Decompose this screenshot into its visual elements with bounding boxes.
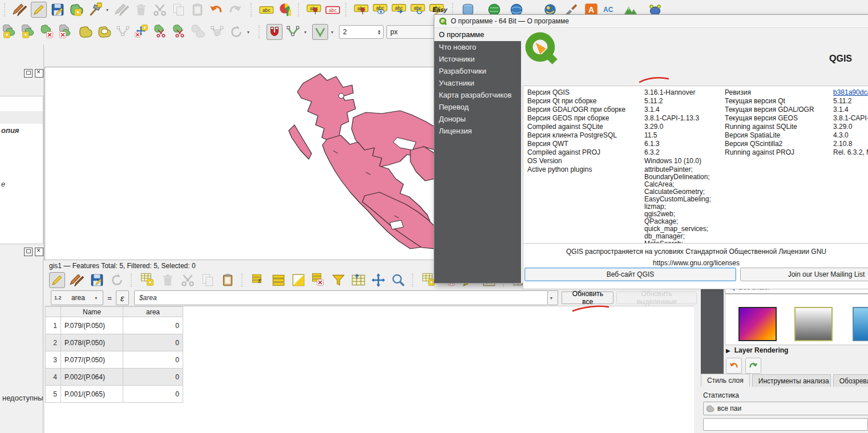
menu-item-about[interactable]: О программе [434, 29, 521, 41]
layer-name-partial[interactable]: опия [1, 126, 19, 135]
expression-dropdown[interactable]: ▾ [548, 290, 558, 305]
advanced-digitizing-dropdown[interactable]: ▾ [247, 30, 252, 35]
merge-attributes-icon[interactable] [209, 24, 225, 40]
symbol-list[interactable] [725, 294, 868, 345]
cell-name[interactable]: P.079/(P.050) [61, 317, 123, 334]
table-row[interactable]: 2P.078/(P.050)0 [46, 334, 183, 351]
trim-extend-icon[interactable] [134, 24, 150, 40]
column-header-name[interactable]: Name [61, 307, 123, 317]
reshape-features-icon[interactable] [115, 24, 131, 40]
qgis-website-button[interactable]: Веб-сайт QGIS [524, 268, 736, 281]
version-info-scroll[interactable]: Версия QGIS3.16.1-Hannover Версия Qt при… [523, 86, 868, 244]
table-row[interactable]: 4P.002/(P.064)0 [46, 369, 183, 386]
cell-name[interactable]: P.002/(P.064) [61, 369, 123, 386]
tab-analysis-tools[interactable]: Инструменты анализа [752, 374, 831, 387]
cut-features-icon[interactable] [152, 2, 168, 18]
row-number[interactable]: 3 [46, 351, 61, 369]
panel-float-button[interactable] [24, 69, 33, 78]
copy-move-feature-icon[interactable] [21, 24, 37, 40]
layer-labeling-icon[interactable] [259, 2, 274, 18]
cell-area[interactable]: 0 [123, 369, 183, 386]
toolbar-handle[interactable] [251, 3, 254, 17]
snapping-type-dropdown[interactable]: ▾ [331, 30, 336, 35]
toolbar-handle[interactable] [298, 3, 301, 17]
layer-selector-combo[interactable]: все паи [703, 402, 868, 415]
map-canvas[interactable] [45, 67, 435, 261]
split-parts-icon[interactable] [172, 24, 188, 40]
fill-ring-icon[interactable] [78, 24, 94, 40]
vertex-tool-icon[interactable] [87, 2, 103, 18]
row-number[interactable]: 2 [46, 334, 61, 351]
menu-item-developers-map[interactable]: Карта разработчиков [434, 89, 521, 101]
pan-to-selection-icon[interactable] [370, 272, 386, 288]
pin-unpin-labels-icon[interactable] [353, 2, 369, 18]
paste-features-icon[interactable] [189, 2, 205, 18]
expression-input[interactable]: $area [134, 290, 548, 305]
row-number[interactable]: 1 [46, 317, 61, 334]
style-undo-button[interactable] [726, 358, 742, 374]
layer-name-partial-2[interactable]: е [1, 180, 5, 188]
undo-icon[interactable] [208, 2, 224, 18]
paste-icon[interactable] [220, 272, 236, 288]
layer-rendering-header[interactable]: ▶ Layer Rendering [726, 346, 788, 354]
update-all-button[interactable]: Обновить все [562, 292, 613, 304]
table-row[interactable]: 1P.079/(P.050)0 [46, 317, 183, 334]
cell-name[interactable]: P.001/(P.065) [61, 386, 123, 403]
select-all-icon[interactable] [271, 272, 286, 288]
invert-selection-icon[interactable] [290, 272, 306, 288]
tab-layer-style[interactable]: Стиль слоя [701, 374, 750, 387]
menu-item-contributors[interactable]: Участники [434, 77, 521, 89]
cut-icon[interactable] [180, 272, 196, 288]
spinbox-arrows-icon[interactable]: ▲▼ [377, 29, 383, 35]
enable-snapping-button[interactable] [267, 24, 282, 40]
column-header-area[interactable]: area [123, 307, 183, 317]
cell-area[interactable]: 0 [123, 317, 183, 334]
highlight-pinned-labels-icon[interactable] [325, 2, 341, 18]
toggle-editing-button[interactable] [31, 2, 47, 18]
cell-name[interactable]: P.077/(P.050) [61, 351, 123, 369]
attribute-table-viewport[interactable]: Name area 1P.079/(P.050)0 2P.078/(P.050)… [45, 306, 694, 433]
rotate-feature-icon[interactable] [2, 24, 18, 40]
select-by-expression-icon[interactable] [251, 272, 267, 288]
offset-curve-icon[interactable] [96, 24, 112, 40]
menu-item-providers[interactable]: Источники [434, 53, 521, 65]
pin-labels-icon[interactable] [306, 2, 322, 18]
cell-area[interactable]: 0 [123, 386, 183, 403]
mailing-list-button[interactable]: Join our User Mailing List [740, 268, 868, 281]
rotate-label-icon[interactable] [410, 2, 426, 18]
cell-name[interactable]: P.078/(P.050) [61, 334, 123, 351]
revision-link[interactable]: b381a90dca [833, 88, 868, 96]
panel-float-button[interactable] [24, 248, 33, 256]
save-layer-edits-icon[interactable] [50, 2, 66, 18]
merge-features-icon[interactable] [191, 24, 207, 40]
rotate-point-symbols-icon[interactable] [228, 24, 244, 40]
show-hide-labels-icon[interactable] [372, 2, 388, 18]
table-row[interactable]: 5P.001/(P.065)0 [46, 386, 183, 403]
cell-area[interactable]: 0 [123, 351, 183, 369]
snapping-mode-icon[interactable] [285, 24, 301, 40]
redo-icon[interactable] [227, 2, 243, 18]
row-number[interactable]: 5 [46, 386, 61, 403]
snapping-tolerance-spinbox[interactable]: 2 ▲▼ [339, 25, 383, 39]
deselect-all-icon[interactable] [310, 272, 326, 288]
move-selection-top-icon[interactable] [350, 272, 366, 288]
vertex-tool-dropdown[interactable]: ▾ [106, 7, 111, 13]
menu-item-whats-new[interactable]: Что нового [434, 41, 521, 53]
gradient-swatch-gray[interactable] [794, 307, 833, 341]
dialog-titlebar[interactable]: О программе - 64 Bit — О программе [434, 15, 868, 28]
add-feature-icon[interactable] [140, 272, 156, 288]
gradient-swatch-plasma[interactable] [738, 307, 777, 341]
update-selected-button[interactable]: Обновить выделенные [616, 292, 697, 304]
panel-close-button[interactable] [35, 248, 43, 256]
delete-selected-icon[interactable] [133, 2, 149, 18]
copy-features-icon[interactable] [171, 2, 187, 18]
style-redo-button[interactable] [745, 358, 761, 374]
move-label-icon[interactable] [391, 2, 407, 18]
toolbar-handle[interactable] [259, 25, 262, 39]
zoom-to-selection-icon[interactable] [390, 272, 406, 288]
delete-ring-icon[interactable] [40, 24, 56, 40]
split-features-icon[interactable] [153, 24, 169, 40]
copy-icon[interactable] [200, 272, 216, 288]
toggle-editing-button[interactable] [49, 272, 65, 288]
current-edits-icon[interactable] [12, 2, 28, 18]
